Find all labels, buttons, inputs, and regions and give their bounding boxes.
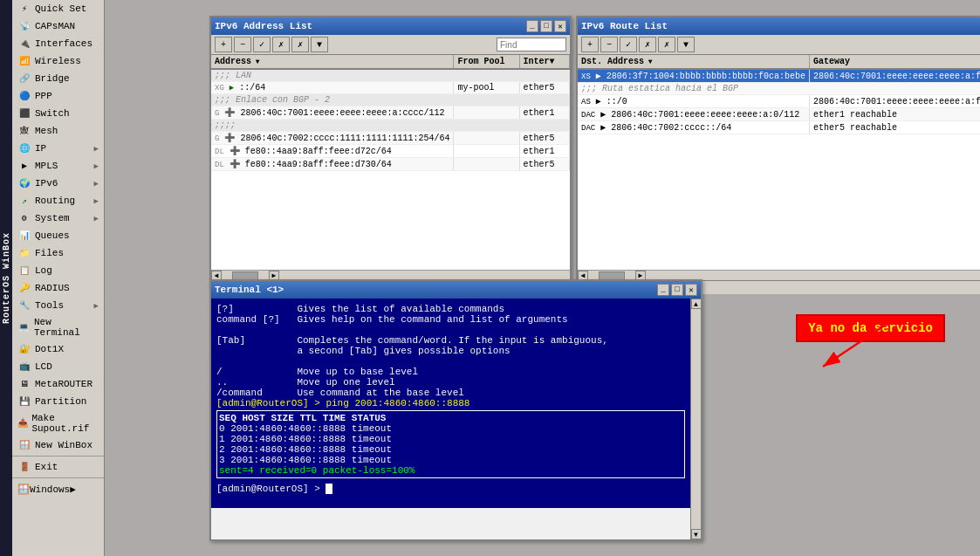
ping-command-line: [admin@RouterOS] > ping 2001:4860:4860::… bbox=[216, 398, 685, 408]
sidebar-item-interfaces[interactable]: 🔌 Interfaces bbox=[12, 35, 104, 52]
filter-button[interactable]: ▼ bbox=[311, 37, 328, 52]
help-line-5: / Move up to base level bbox=[216, 367, 685, 377]
route-scroll-thumb[interactable] bbox=[599, 271, 625, 280]
sidebar-label-mpls: MPLS bbox=[35, 161, 58, 171]
table-row[interactable]: AS ▶ ::/0 2806:40c:7001:eeee:eeee:eeee:a… bbox=[578, 95, 980, 108]
remove-button[interactable]: − bbox=[234, 37, 251, 52]
terminal-scroll-up-button[interactable]: ▲ bbox=[691, 299, 702, 309]
enable-button[interactable]: ✓ bbox=[253, 37, 271, 52]
ipv6-addr-window: IPv6 Address List _ □ ✕ + − ✓ ✗ ✗ ▼ Addr… bbox=[209, 16, 572, 286]
route-reset-button[interactable]: ✗ bbox=[658, 37, 675, 52]
table-section-header: ;;;; bbox=[211, 120, 570, 132]
sidebar-item-new-terminal[interactable]: 💻 New Terminal bbox=[12, 314, 104, 340]
sidebar-item-make-supout[interactable]: 📤 Make Supout.rif bbox=[12, 410, 104, 436]
sidebar-item-metarouter[interactable]: 🖥 MetaROUTER bbox=[12, 375, 104, 393]
routing-icon: ↗ bbox=[17, 195, 31, 207]
sidebar-label-tools: Tools bbox=[35, 300, 64, 311]
sidebar-item-capsman[interactable]: 📡 CAPsMAN bbox=[12, 17, 104, 35]
col-address[interactable]: Address bbox=[211, 55, 454, 69]
addr-search-input[interactable] bbox=[497, 38, 566, 51]
sidebar-item-log[interactable]: 📋 Log bbox=[12, 262, 104, 279]
table-row[interactable]: DAC ▶ 2806:40c:7001:eeee:eeee:eeee:a:0/1… bbox=[578, 108, 980, 121]
sidebar-label-ppp: PPP bbox=[35, 91, 52, 101]
capsman-icon: 📡 bbox=[17, 20, 31, 32]
ipv6-addr-minimize-button[interactable]: _ bbox=[526, 20, 538, 32]
sidebar-item-queues[interactable]: 📊 Queues bbox=[12, 227, 104, 244]
sidebar-label-ipv6: IPv6 bbox=[35, 178, 58, 189]
table-row[interactable]: DL ➕ fe80::4aa9:8aff:feee:d730/64 ether5 bbox=[211, 158, 570, 171]
sidebar-item-dot1x[interactable]: 🔐 Dot1X bbox=[12, 340, 104, 358]
terminal-vscrollbar[interactable]: ▲ ▼ bbox=[690, 299, 701, 539]
sidebar-label-files: Files bbox=[35, 248, 64, 258]
route-remove-button[interactable]: − bbox=[600, 37, 618, 52]
route-add-button[interactable]: + bbox=[581, 37, 599, 52]
route-enable-button[interactable]: ✓ bbox=[620, 37, 637, 52]
route-filter-button[interactable]: ▼ bbox=[677, 37, 695, 52]
sidebar-item-radius[interactable]: 🔑 RADIUS bbox=[12, 279, 104, 297]
ping-row-2: 2 2001:4860:4860::8888 timeout bbox=[219, 444, 682, 455]
sidebar-item-mesh[interactable]: 🕸 Mesh bbox=[12, 122, 104, 140]
sidebar-item-tools[interactable]: 🔧 Tools ▶ bbox=[12, 297, 104, 314]
sidebar-item-exit[interactable]: 🚪 Exit bbox=[12, 458, 104, 476]
callout-box: Ya no da servicio bbox=[796, 314, 945, 342]
sidebar-item-switch[interactable]: ⬛ Switch bbox=[12, 105, 104, 122]
ping-row-1: 1 2001:4860:4860::8888 timeout bbox=[219, 434, 682, 444]
sidebar-label-new-winbox: New WinBox bbox=[35, 440, 93, 450]
mpls-arrow-icon: ▶ bbox=[94, 161, 99, 171]
table-row[interactable]: XG ▶ ::/64 my-pool ether5 bbox=[211, 82, 570, 94]
disable-button[interactable]: ✗ bbox=[272, 37, 290, 52]
table-row[interactable]: G ➕ 2806:40c:7001:eeee:eeee:eeee:a:cccc/… bbox=[211, 106, 570, 120]
ipv6-addr-table: Address From Pool Inter▼ ;;; LAN XG ▶ ::… bbox=[211, 55, 570, 171]
radius-icon: 🔑 bbox=[17, 282, 31, 294]
table-row[interactable]: DAC ▶ 2806:40c:7002:cccc::/64 ether5 rea… bbox=[578, 121, 980, 134]
sidebar-item-routing[interactable]: ↗ Routing ▶ bbox=[12, 192, 104, 209]
dot1x-icon: 🔐 bbox=[17, 343, 31, 355]
callout-arrow-svg bbox=[718, 279, 980, 436]
exit-icon: 🚪 bbox=[17, 461, 31, 473]
table-row[interactable]: DL ➕ fe80::4aa9:8aff:feee:d72c/64 ether1 bbox=[211, 145, 570, 158]
sidebar-item-windows[interactable]: 🪟 Windows ▶ bbox=[12, 480, 104, 498]
sidebar-item-ip[interactable]: 🌐 IP ▶ bbox=[12, 140, 104, 157]
table-row[interactable]: G ➕ 2806:40c:7002:cccc:1111:1111:1111:25… bbox=[211, 132, 570, 145]
sidebar-item-system[interactable]: ⚙ System ▶ bbox=[12, 209, 104, 227]
table-row[interactable]: XS ▶ 2806:3f7:1004:bbbb:bbbb:bbbb:f0ca:b… bbox=[578, 69, 980, 83]
sidebar-label-partition: Partition bbox=[35, 396, 86, 407]
col-interface: Inter▼ bbox=[519, 55, 569, 69]
sidebar-item-wireless[interactable]: 📶 Wireless bbox=[12, 52, 104, 70]
ipv6-icon: 🌍 bbox=[17, 177, 31, 189]
sidebar-item-ppp[interactable]: 🔵 PPP bbox=[12, 87, 104, 105]
files-icon: 📁 bbox=[17, 247, 31, 259]
new-winbox-icon: 🪟 bbox=[17, 439, 31, 451]
add-button[interactable]: + bbox=[215, 37, 232, 52]
partition-icon: 💾 bbox=[17, 395, 31, 408]
sidebar-item-files[interactable]: 📁 Files bbox=[12, 244, 104, 262]
sidebar-item-new-winbox[interactable]: 🪟 New WinBox bbox=[12, 436, 104, 454]
sidebar-item-mpls[interactable]: ▶ MPLS ▶ bbox=[12, 157, 104, 175]
sidebar-items: ⚡ Quick Set 📡 CAPsMAN 🔌 Interfaces 📶 Wir… bbox=[12, 0, 104, 556]
terminal-minimize-button[interactable]: _ bbox=[657, 284, 669, 296]
terminal-close-button[interactable]: ✕ bbox=[685, 284, 697, 296]
bridge-icon: 🔗 bbox=[17, 72, 31, 85]
ipv6-addr-maximize-button[interactable]: □ bbox=[540, 20, 552, 32]
sidebar-item-partition[interactable]: 💾 Partition bbox=[12, 393, 104, 410]
sidebar-label-system: System bbox=[35, 213, 70, 223]
lcd-icon: 📺 bbox=[17, 360, 31, 373]
ipv6-addr-close-button[interactable]: ✕ bbox=[554, 20, 566, 32]
metarouter-icon: 🖥 bbox=[17, 378, 31, 390]
terminal-content[interactable]: [?] Gives the list of available commands… bbox=[211, 299, 690, 508]
scroll-thumb[interactable] bbox=[232, 271, 258, 280]
terminal-scroll-down-button[interactable]: ▼ bbox=[691, 529, 702, 539]
tools-arrow-icon: ▶ bbox=[94, 301, 99, 311]
log-icon: 📋 bbox=[17, 264, 31, 277]
terminal-controls: _ □ ✕ bbox=[657, 284, 697, 296]
route-disable-button[interactable]: ✗ bbox=[639, 37, 656, 52]
sidebar-item-lcd[interactable]: 📺 LCD bbox=[12, 358, 104, 375]
terminal-maximize-button[interactable]: □ bbox=[671, 284, 683, 296]
reset-button[interactable]: ✗ bbox=[291, 37, 309, 52]
sidebar-item-quick-set[interactable]: ⚡ Quick Set bbox=[12, 0, 104, 17]
windows-icon: 🪟 bbox=[17, 484, 30, 495]
sidebar-item-bridge[interactable]: 🔗 Bridge bbox=[12, 70, 104, 87]
sidebar-label-routing: Routing bbox=[35, 196, 75, 206]
col-dst-address[interactable]: Dst. Address bbox=[578, 55, 809, 69]
sidebar-item-ipv6[interactable]: 🌍 IPv6 ▶ bbox=[12, 175, 104, 192]
